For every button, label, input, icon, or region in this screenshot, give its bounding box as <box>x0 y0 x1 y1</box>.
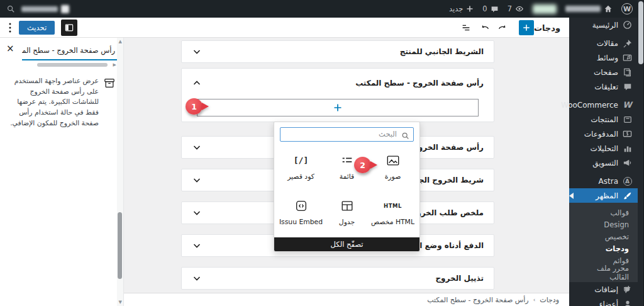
appearance-submenu: قوالب Design تخصيص ودجات قوائم محرر ملف … <box>569 203 638 282</box>
shortcode-icon: [/] <box>294 153 308 168</box>
scroll-up-arrow-icon[interactable]: ▲ <box>119 39 122 44</box>
block-label: جدول <box>339 218 355 226</box>
submenu-item-customize[interactable]: تخصيص <box>569 230 638 242</box>
browse-all-button[interactable]: تصفّح الكل <box>274 237 419 251</box>
plus-icon <box>522 23 531 32</box>
vertical-scrollbar-thumb[interactable] <box>118 212 122 279</box>
update-button[interactable]: تحديث <box>19 21 55 35</box>
options-menu-button[interactable] <box>4 20 16 35</box>
sidebar-item-label: الرئيسية <box>592 21 618 30</box>
list-icon <box>340 153 354 168</box>
block-shortcode[interactable]: [/] كود قصير <box>278 147 324 192</box>
add-block-appender[interactable] <box>197 99 479 116</box>
breadcrumb: ودجات ‹ رأس صفحة الخروج - سطح المكتب <box>124 293 569 306</box>
submenu-item-theme-editor[interactable]: محرر ملف القالب <box>569 266 638 278</box>
panel-header-checkout-footer[interactable]: تذييل الخروج <box>182 268 494 289</box>
sidebar-item-astra[interactable]: A Astra <box>569 174 638 188</box>
search-icon[interactable] <box>6 4 15 13</box>
sidebar-item-marketing[interactable]: التسويق <box>569 156 638 170</box>
tab-widget-area[interactable]: رأس صفحة الخروج - سطح المكتب <box>22 40 118 60</box>
chevron-up-icon <box>192 78 202 88</box>
panel-title: الشريط الجانبي للمنتج <box>202 47 484 56</box>
settings-sidebar-toggle[interactable] <box>61 20 77 36</box>
vertical-scrollbar[interactable]: ▲ ▼ <box>117 38 124 306</box>
block-issuu-embed[interactable]: Issuu Embed <box>278 192 324 237</box>
close-icon[interactable]: × <box>6 44 14 54</box>
admin-bar-left-group <box>6 0 69 18</box>
sidebar-item-label: Astra <box>599 177 618 186</box>
comments-indicator[interactable]: 0 <box>482 4 498 13</box>
sidebar-item-label: صفحات <box>594 68 618 77</box>
site-link[interactable] <box>565 4 613 13</box>
sidebar-item-plugins[interactable]: إضافات <box>569 282 638 297</box>
horizontal-scrollbar[interactable]: ▶ <box>5 62 116 67</box>
annotation-step-1: 1 <box>186 98 203 115</box>
panel-header-checkout-header-desktop[interactable]: رأس صفحة الخروج - سطح المكتب <box>182 69 494 98</box>
views-indicator[interactable]: 7 <box>508 4 524 13</box>
views-count: 7 <box>508 4 512 13</box>
horizontal-scrollbar-thumb[interactable] <box>37 63 108 67</box>
block-label: Issuu Embed <box>279 218 323 226</box>
sidebar-item-products[interactable]: المنتجات <box>569 112 638 127</box>
block-search-input[interactable] <box>280 127 414 142</box>
payments-icon <box>623 129 632 139</box>
page-scrollbar[interactable] <box>638 0 644 306</box>
block-label: كود قصير <box>287 173 314 181</box>
home-icon <box>604 4 613 13</box>
block-image[interactable]: صورة <box>370 147 416 192</box>
block-table[interactable]: جدول <box>324 192 370 237</box>
list-view-button[interactable] <box>458 20 474 35</box>
admin-bar: W 7 0 جديد <box>0 0 638 18</box>
scroll-right-arrow-icon[interactable]: ▶ <box>113 62 116 67</box>
html-icon: HTML <box>384 198 402 213</box>
block-grid: صورة قائمة [/] كود قصير HTML HTML مخصص ج… <box>274 143 419 237</box>
undo-button[interactable] <box>477 20 492 35</box>
chevron-down-icon <box>192 175 202 185</box>
breadcrumb-parent[interactable]: ودجات <box>540 296 559 304</box>
page-scrollbar-thumb[interactable] <box>638 1 643 64</box>
sidebar-item-appearance[interactable]: المظهر <box>569 188 638 203</box>
sidebar-item-label: التسويق <box>592 159 618 167</box>
new-content-menu[interactable]: جديد <box>449 4 474 13</box>
wordpress-menu[interactable]: W <box>621 3 633 14</box>
submenu-item-widgets[interactable]: ودجات <box>569 242 638 254</box>
block-custom-html[interactable]: HTML HTML مخصص <box>370 192 416 237</box>
block-inserter-button[interactable] <box>519 20 534 35</box>
kebab-menu-icon <box>9 23 11 33</box>
analytics-icon <box>623 144 632 153</box>
submenu-item-design[interactable]: Design <box>569 218 638 230</box>
users-icon <box>623 299 632 306</box>
redo-button[interactable] <box>495 20 510 35</box>
plus-icon <box>466 5 474 13</box>
scroll-down-arrow-icon[interactable]: ▼ <box>119 300 122 305</box>
widget-inspector-panel: × رأس صفحة الخروج - سطح المكتب ▶ عرض عنا… <box>0 38 124 306</box>
sidebar-item-payments[interactable]: المدفوعات <box>569 127 638 141</box>
submenu-item-themes[interactable]: قوالب <box>569 207 638 218</box>
blurred-badge[interactable] <box>533 4 557 14</box>
annotation-step-2: 2 <box>354 157 371 173</box>
sidebar-item-media[interactable]: وسائط <box>569 50 638 65</box>
widget-area-panel: الشريط الجانبي للمنتج <box>181 40 494 63</box>
breadcrumb-current: رأس صفحة الخروج - سطح المكتب <box>427 296 528 304</box>
list-view-icon <box>460 22 472 33</box>
sidebar-item-dashboard[interactable]: الرئيسية <box>569 18 638 32</box>
chevron-down-icon <box>192 142 202 152</box>
sidebar-item-comments[interactable]: تعليقات <box>569 79 638 94</box>
admin-sidebar: الرئيسية مقالات وسائط صفحات تعليقات W Wo… <box>569 18 638 306</box>
sidebar-item-posts[interactable]: مقالات <box>569 36 638 50</box>
sidebar-item-users[interactable]: أعضاء <box>569 297 638 306</box>
sidebar-item-label: وسائط <box>597 54 618 62</box>
panel-header-product-sidebar[interactable]: الشريط الجانبي للمنتج <box>182 41 494 62</box>
sidebar-item-woocommerce[interactable]: W WooCommerce <box>569 98 638 112</box>
plus-icon <box>333 103 343 113</box>
blurred-plugin-item[interactable] <box>21 5 69 13</box>
astra-icon: A <box>623 176 632 186</box>
sidebar-item-analytics[interactable]: التحليلات <box>569 141 638 156</box>
sidebar-item-pages[interactable]: صفحات <box>569 65 638 79</box>
page-title: ودجات <box>534 18 560 38</box>
block-label: قائمة <box>340 173 355 181</box>
plugins-icon <box>623 285 632 294</box>
comments-count: 0 <box>482 4 487 13</box>
products-icon <box>623 115 632 124</box>
pages-icon <box>623 67 632 77</box>
